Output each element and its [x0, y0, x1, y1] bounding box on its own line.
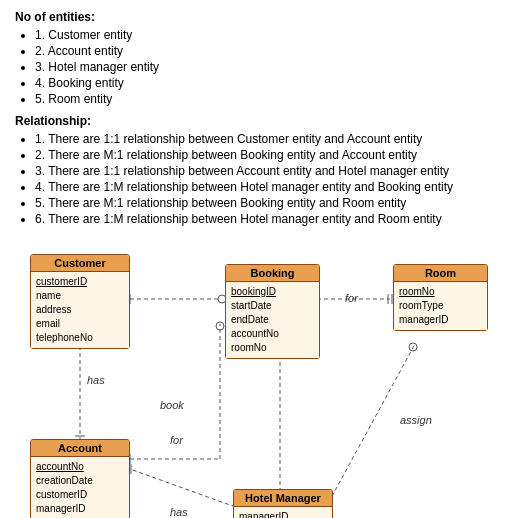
label-has1: has — [87, 374, 105, 386]
hotel-manager-body: managerID name — [234, 507, 332, 518]
account-attr-1: creationDate — [36, 474, 124, 488]
booking-attr-4: roomNo — [231, 341, 314, 355]
room-entity: Room roomNo roomType managerID — [393, 264, 488, 331]
svg-point-21 — [409, 343, 417, 351]
label-has2: has — [170, 506, 188, 518]
booking-attr-1: startDate — [231, 299, 314, 313]
room-attr-0: roomNo — [399, 285, 482, 299]
account-entity: Account accountNo creationDate customerI… — [30, 439, 130, 518]
svg-point-9 — [216, 322, 224, 330]
rel-item-2: 2. There are M:1 relationship between Bo… — [35, 148, 509, 162]
label-book: book — [160, 399, 184, 411]
booking-attr-2: endDate — [231, 313, 314, 327]
booking-attr-0: bookingID — [231, 285, 314, 299]
rel-item-1: 1. There are 1:1 relationship between Cu… — [35, 132, 509, 146]
hotel-manager-attr-0: managerID — [239, 510, 327, 518]
rel-item-4: 4. There are 1:M relationship between Ho… — [35, 180, 509, 194]
booking-body: bookingID startDate endDate accountNo ro… — [226, 282, 319, 358]
hotel-manager-header: Hotel Manager — [234, 490, 332, 507]
customer-attr-2: address — [36, 303, 124, 317]
room-attr-1: roomType — [399, 299, 482, 313]
customer-attr-0: customerID — [36, 275, 124, 289]
customer-attr-1: name — [36, 289, 124, 303]
relationships-title: Relationship: — [15, 114, 509, 128]
room-attr-2: managerID — [399, 313, 482, 327]
account-attr-0: accountNo — [36, 460, 124, 474]
rel-item-6: 6. There are 1:M relationship between Ho… — [35, 212, 509, 226]
account-body: accountNo creationDate customerID manage… — [31, 457, 129, 518]
label-for1: for — [170, 434, 183, 446]
entity-item-3: 3. Hotel manager entity — [35, 60, 509, 74]
entity-list: 1. Customer entity 2. Account entity 3. … — [15, 28, 509, 106]
account-header: Account — [31, 440, 129, 457]
customer-attr-4: telephoneNo — [36, 331, 124, 345]
booking-attr-3: accountNo — [231, 327, 314, 341]
booking-header: Booking — [226, 265, 319, 282]
account-attr-2: customerID — [36, 488, 124, 502]
rel-item-3: 3. There are 1:1 relationship between Ac… — [35, 164, 509, 178]
label-assign: assign — [400, 414, 432, 426]
customer-body: customerID name address email telephoneN… — [31, 272, 129, 348]
room-body: roomNo roomType managerID — [394, 282, 487, 330]
customer-entity: Customer customerID name address email t… — [30, 254, 130, 349]
customer-attr-3: email — [36, 317, 124, 331]
account-attr-3: managerID — [36, 502, 124, 516]
room-header: Room — [394, 265, 487, 282]
entity-item-2: 2. Account entity — [35, 44, 509, 58]
svg-line-20 — [325, 344, 415, 509]
booking-entity: Booking bookingID startDate endDate acco… — [225, 264, 320, 359]
label-for2: for — [345, 292, 358, 304]
relationship-list: 1. There are 1:1 relationship between Cu… — [15, 132, 509, 226]
entity-item-5: 5. Room entity — [35, 92, 509, 106]
entity-item-1: 1. Customer entity — [35, 28, 509, 42]
hotel-manager-entity: Hotel Manager managerID name — [233, 489, 333, 518]
entities-title: No of entities: — [15, 10, 509, 24]
customer-header: Customer — [31, 255, 129, 272]
entity-item-4: 4. Booking entity — [35, 76, 509, 90]
rel-item-5: 5. There are M:1 relationship between Bo… — [35, 196, 509, 210]
er-diagram: Customer customerID name address email t… — [15, 244, 524, 518]
